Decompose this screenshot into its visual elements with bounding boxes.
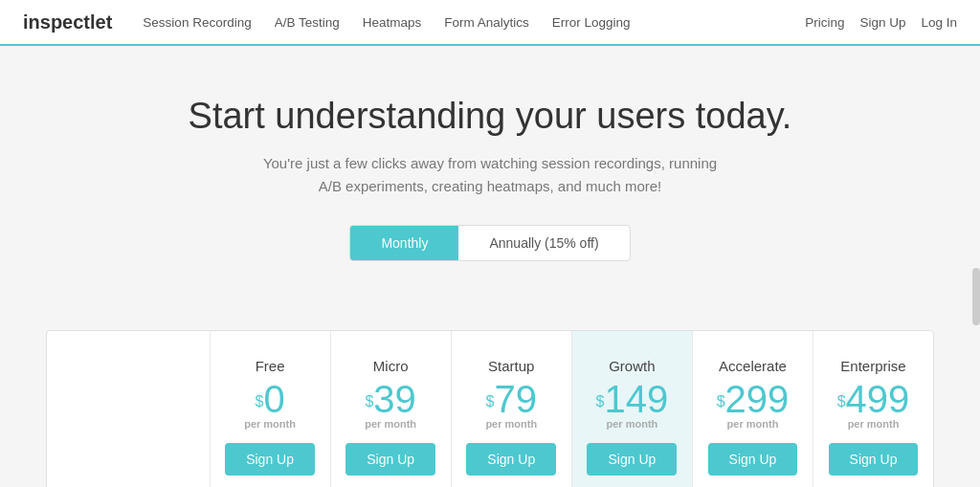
price-growth: $149 per month: [571, 380, 692, 443]
nav-heatmaps[interactable]: Heatmaps: [363, 15, 422, 30]
price-amount-accelerate: 299: [725, 378, 790, 420]
price-accelerate: $299 per month: [692, 380, 813, 443]
signup-cell-startup: Sign Up: [451, 443, 571, 487]
billing-toggle: Monthly Annually (15% off): [349, 225, 630, 261]
price-amount-growth: 149: [604, 378, 668, 420]
signup-button-enterprise[interactable]: Sign Up: [829, 443, 919, 476]
per-month-growth: per month: [572, 418, 692, 443]
scrollbar[interactable]: [972, 268, 980, 325]
nav-signup[interactable]: Sign Up: [859, 15, 905, 30]
price-free: $0 per month: [210, 380, 330, 443]
price-sup-enterprise: $: [837, 393, 846, 410]
plan-growth-header: Growth: [571, 331, 692, 380]
per-month-startup: per month: [452, 418, 571, 443]
signup-button-accelerate[interactable]: Sign Up: [708, 443, 798, 476]
nav-links: Session Recording A/B Testing Heatmaps F…: [143, 15, 805, 30]
per-month-enterprise: per month: [813, 418, 933, 443]
nav-form-analytics[interactable]: Form Analytics: [444, 15, 529, 30]
plan-name-startup: Startup: [452, 331, 571, 380]
signup-button-free[interactable]: Sign Up: [225, 443, 315, 476]
pricing-wrapper: Free Micro Startup Growth Accelerate: [31, 330, 949, 487]
price-amount-free: 0: [263, 378, 284, 420]
signup-button-micro[interactable]: Sign Up: [345, 443, 435, 476]
plan-startup-header: Startup: [451, 331, 571, 380]
price-amount-startup: 79: [494, 378, 537, 420]
plan-name-micro: Micro: [331, 331, 451, 380]
plan-prices-row: $0 per month $39 per month $79 per month: [47, 380, 933, 443]
price-startup: $79 per month: [451, 380, 571, 443]
nav-right: Pricing Sign Up Log In: [805, 15, 957, 30]
hero-subheading: You're just a few clicks away from watch…: [260, 152, 720, 198]
nav-ab-testing[interactable]: A/B Testing: [275, 15, 340, 30]
signup-button-growth[interactable]: Sign Up: [587, 443, 677, 476]
signup-cell-micro: Sign Up: [330, 443, 451, 487]
plan-free-header: Free: [210, 331, 330, 380]
signup-cell-free: Sign Up: [210, 443, 330, 487]
plan-accelerate-header: Accelerate: [692, 331, 813, 380]
logo[interactable]: inspectlet: [23, 11, 112, 33]
plan-micro-header: Micro: [330, 331, 451, 380]
signup-cell-growth: Sign Up: [571, 443, 692, 487]
price-amount-enterprise: 499: [846, 378, 910, 420]
per-month-micro: per month: [331, 418, 451, 443]
nav-login[interactable]: Log In: [921, 15, 957, 30]
empty-header-cell: [47, 331, 210, 380]
hero-heading: Start understanding your users today.: [19, 96, 961, 137]
price-amount-micro: 39: [373, 378, 416, 420]
per-month-free: per month: [211, 418, 330, 443]
price-enterprise: $499 per month: [813, 380, 933, 443]
plan-name-accelerate: Accelerate: [693, 331, 813, 380]
navbar: inspectlet Session Recording A/B Testing…: [0, 0, 980, 46]
plan-names-row: Free Micro Startup Growth Accelerate: [47, 331, 933, 380]
nav-pricing[interactable]: Pricing: [805, 15, 844, 30]
nav-session-recording[interactable]: Session Recording: [143, 15, 251, 30]
hero-section: Start understanding your users today. Yo…: [0, 46, 980, 330]
plan-enterprise-header: Enterprise: [813, 331, 933, 380]
plan-name-enterprise: Enterprise: [813, 331, 933, 380]
signup-buttons-row: Sign Up Sign Up Sign Up Sign Up Sign Up: [47, 443, 933, 487]
empty-price-cell: [47, 380, 210, 443]
signup-cell-enterprise: Sign Up: [813, 443, 933, 487]
nav-error-logging[interactable]: Error Logging: [552, 15, 631, 30]
signup-button-startup[interactable]: Sign Up: [466, 443, 556, 476]
signup-cell-accelerate: Sign Up: [692, 443, 813, 487]
annually-toggle[interactable]: Annually (15% off): [458, 226, 629, 260]
price-sup-accelerate: $: [717, 393, 725, 410]
monthly-toggle[interactable]: Monthly: [350, 226, 458, 260]
plan-name-free: Free: [211, 331, 330, 380]
plan-name-growth: Growth: [572, 331, 692, 380]
per-month-accelerate: per month: [693, 418, 813, 443]
empty-btn-cell: [47, 443, 210, 487]
pricing-table: Free Micro Startup Growth Accelerate: [46, 330, 934, 487]
price-micro: $39 per month: [330, 380, 451, 443]
